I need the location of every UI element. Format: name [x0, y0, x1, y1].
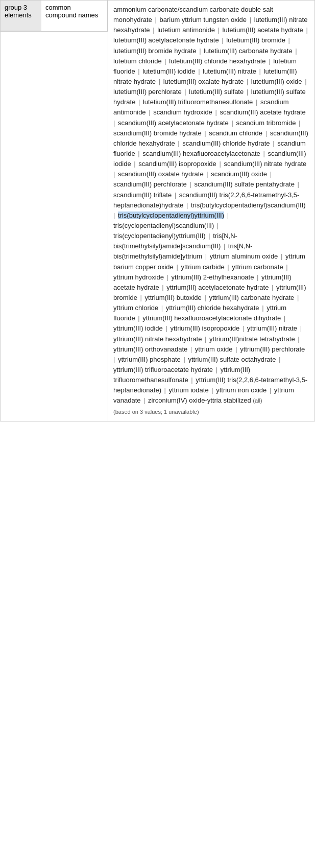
compound-item: lutetium(III) oxide — [251, 78, 302, 85]
compound-item: lutetium(III) nitrate — [203, 67, 256, 75]
compound-item: yttrium iron oxide — [216, 386, 266, 394]
separator: | — [138, 294, 144, 301]
separator: | — [165, 273, 171, 281]
content-area: ammonium carbonate/scandium carbonate do… — [108, 1, 314, 421]
separator: | — [248, 16, 253, 24]
compound-item: lutetium(III) bromide — [226, 36, 285, 44]
compound-item: yttrium(III) hexafluoroacetylacetonate d… — [142, 314, 281, 322]
separator: | — [188, 345, 194, 353]
separator: | — [270, 284, 275, 291]
compound-item: yttrium carbonate — [232, 263, 283, 271]
compound-item: tris(cyclopentadienyl)scandium(III) — [113, 222, 214, 229]
compound-item: scandium(III) acetylacetonate hydrate — [118, 119, 229, 127]
header-row: group 3 elements common compound names — [1, 1, 108, 32]
compound-item: yttrium(III) nitrate hexahydrate — [113, 335, 202, 343]
separator: | — [183, 88, 188, 96]
separator: | — [304, 26, 308, 34]
separator: | — [113, 356, 117, 363]
compound-item: yttrium(III) nitrate — [247, 324, 297, 332]
separator: | — [294, 47, 297, 55]
compound-item: lutetium(III) iodide — [142, 67, 195, 75]
separator: | — [240, 324, 246, 332]
compound-item: yttrium(III) 2-ethylhexanoate — [172, 273, 254, 281]
compound-item: yttrium(III) carbonate hydrate — [209, 294, 294, 301]
compound-item: lutetium(III) acetylacetonate hydrate — [113, 36, 219, 44]
compound-item: yttrium chloride — [113, 304, 158, 312]
separator: | — [296, 335, 300, 343]
compound-item: scandium hydroxide — [153, 108, 212, 116]
separator: | — [164, 324, 169, 332]
separator: | — [157, 78, 162, 85]
compound-item: scandium(III) oxide — [211, 170, 267, 178]
separator: | — [245, 78, 250, 85]
compound-item: yttrium(III) chloride hexahydrate — [166, 304, 259, 312]
separator: | — [226, 263, 231, 271]
separator: | — [210, 386, 215, 394]
separator: | — [113, 119, 117, 127]
group3-cell: group 3 elements — [1, 1, 41, 31]
separator: | — [261, 150, 267, 157]
separator: | — [214, 366, 220, 373]
compound-item: scandium(III) hexafluoroacetylacetonate — [142, 150, 260, 157]
compound-item: lutetium(III) carbonate hydrate — [204, 47, 292, 55]
separator: | — [136, 150, 142, 157]
compound-item: yttrium oxide — [195, 345, 233, 353]
compound-item: scandium(III) sulfate pentahydrate — [194, 180, 295, 188]
compound-item: lutetium(III) sulfate — [189, 88, 244, 96]
compound-item: yttrium(III) iodide — [113, 324, 163, 332]
compound-item: tris(cyclopentadienyl)yttrium(III) — [113, 232, 206, 240]
compound-item: scandium(III) oxalate hydrate — [118, 170, 204, 178]
compound-item: scandium(III) perchlorate — [113, 180, 187, 188]
compound-item: scandium(III) nitrate hydrate — [224, 160, 306, 168]
left-panel: group 3 elements common compound names — [1, 1, 108, 421]
compound-item: scandium(III) bromide hydrate — [113, 129, 202, 137]
separator: | — [263, 129, 269, 137]
compound-item: lutetium(III) bromide hydrate — [113, 47, 197, 55]
separator: | — [113, 212, 117, 219]
compound-item: tris(butylcyclopentadienyl)scandium(III) — [191, 201, 306, 209]
compound-item: lutetium(III) chloride hexahydrate — [169, 57, 265, 65]
separator: | — [303, 78, 307, 85]
compound-item: lutetium(III) acetate hydrate — [223, 26, 303, 34]
separator: | — [188, 180, 193, 188]
separator: | — [197, 67, 202, 75]
separator: | — [198, 47, 203, 55]
separator: | — [142, 396, 148, 404]
separator: | — [284, 263, 288, 271]
separator: | — [136, 67, 142, 75]
separator: | — [286, 36, 290, 44]
group3-label: group 3 elements — [5, 4, 37, 19]
compound-item: lutetium chloride — [113, 57, 162, 65]
separator: | — [234, 345, 239, 353]
compound-item: scandium(III) chloride hydrate — [182, 139, 270, 147]
separator: | — [176, 139, 182, 147]
separator: | — [162, 386, 168, 394]
separator: | — [267, 57, 273, 65]
compound-item: yttrium(III) orthovanadate — [113, 345, 187, 353]
separator: | — [189, 376, 195, 384]
separator: | — [230, 119, 235, 127]
main-container: group 3 elements common compound names a… — [0, 0, 315, 421]
separator: | — [277, 356, 280, 363]
separator: | — [173, 191, 178, 199]
separator: | — [147, 108, 153, 116]
compound-item: yttrium(III) isopropoxide — [170, 324, 239, 332]
separator: | — [136, 314, 142, 322]
separator: | — [160, 284, 166, 291]
compound-item: scandium(III) isopropoxide — [138, 160, 216, 168]
separator: | — [203, 129, 208, 137]
compound-item: yttrium iodate — [169, 386, 209, 394]
separator: | — [163, 57, 168, 65]
separator: | — [297, 119, 300, 127]
compound-item: lutetium(III) trifluoromethanesulfonate — [143, 98, 253, 106]
separator: | — [175, 263, 180, 271]
compound-item: scandium chloride — [209, 129, 262, 137]
compound-item: yttrium(III)nitrate tetrahydrate — [209, 335, 295, 343]
separator: | — [203, 335, 208, 343]
separator: | — [296, 180, 299, 188]
separator: | — [295, 294, 299, 301]
compound-item: zirconium(IV) oxide-yttria stabilized — [148, 396, 251, 404]
separator: | — [298, 324, 302, 332]
separator: | — [222, 242, 227, 250]
note-text: (based on 3 values; 1 unavailable) — [113, 408, 309, 416]
